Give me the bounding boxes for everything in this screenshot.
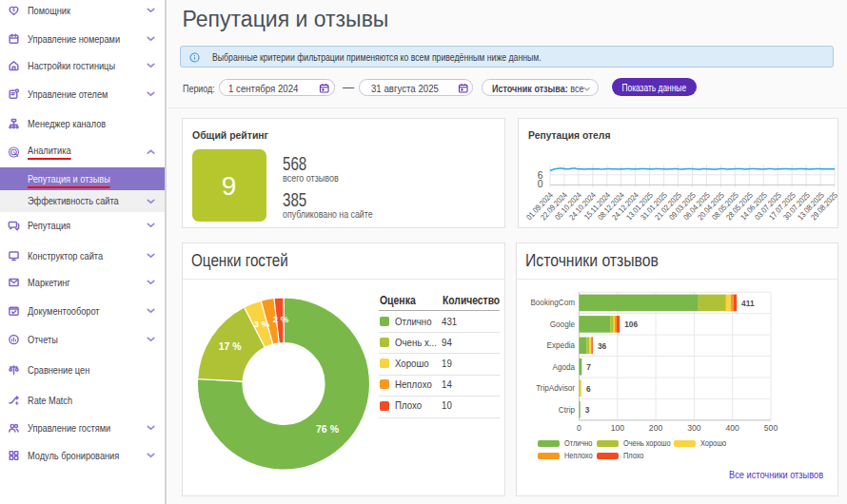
svg-text:300: 300	[687, 423, 700, 434]
svg-text:100: 100	[611, 423, 624, 434]
svg-text:7: 7	[586, 362, 591, 373]
svg-text:200: 200	[649, 423, 662, 434]
svg-text:3 %: 3 %	[254, 319, 270, 329]
svg-text:Expedia: Expedia	[547, 340, 575, 351]
svg-text:76 %: 76 %	[316, 423, 340, 435]
svg-text:Ctrip: Ctrip	[559, 404, 575, 415]
svg-text:411: 411	[741, 298, 754, 308]
svg-text:17 %: 17 %	[219, 340, 243, 352]
svg-text:0: 0	[577, 423, 581, 434]
svg-text:400: 400	[726, 423, 739, 434]
svg-text:36: 36	[598, 340, 606, 351]
svg-text:Agoda: Agoda	[552, 361, 575, 372]
svg-text:Google: Google	[550, 319, 575, 329]
svg-text:3: 3	[585, 405, 590, 416]
svg-text:500: 500	[764, 423, 778, 434]
svg-text:106: 106	[624, 320, 638, 330]
svg-text:6: 6	[586, 383, 591, 394]
svg-text:BookingCom: BookingCom	[530, 298, 575, 308]
svg-text:2 %: 2 %	[273, 314, 289, 324]
svg-text:0: 0	[538, 178, 543, 189]
svg-text:TripAdvisor: TripAdvisor	[536, 383, 575, 394]
